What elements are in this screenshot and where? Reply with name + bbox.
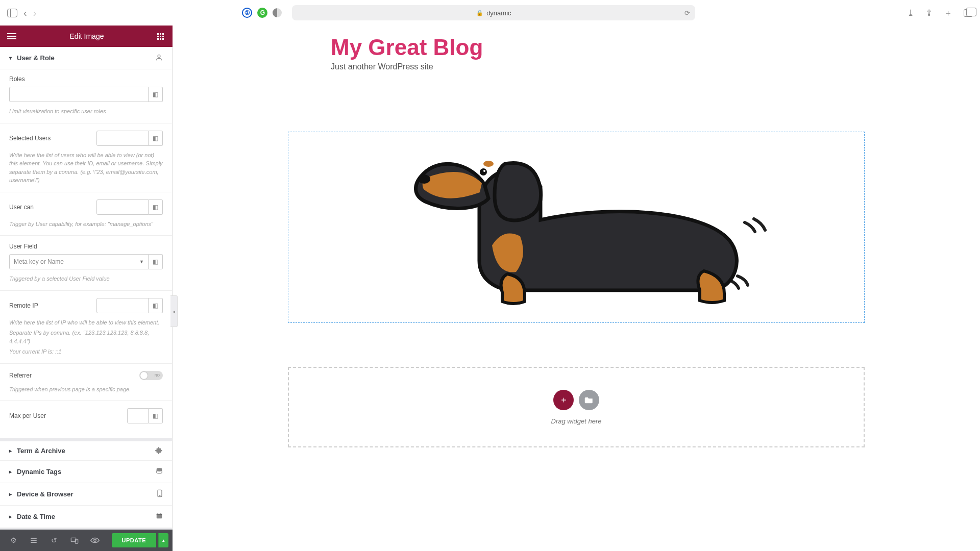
extension-grammarly-icon[interactable]: G	[257, 8, 267, 18]
history-icon[interactable]: ↺	[45, 530, 63, 551]
blog-tagline: Just another WordPress site	[331, 62, 980, 71]
forward-button[interactable]: ›	[33, 7, 37, 19]
user-can-label: User can	[9, 204, 34, 211]
navigator-icon[interactable]	[24, 530, 43, 551]
puzzle-icon	[155, 446, 163, 456]
section-title: Date & Time	[17, 513, 55, 520]
selected-users-input[interactable]	[96, 131, 149, 146]
svg-point-0	[158, 55, 160, 57]
share-icon[interactable]: ⇪	[925, 8, 933, 18]
selected-users-label: Selected Users	[9, 135, 51, 142]
section-title: Dynamic Tags	[17, 468, 61, 475]
roles-input[interactable]	[9, 87, 149, 102]
browser-toolbar: ‹ › ① G 🔒 dynamic ⟳ ⤓ ⇪ ＋	[0, 0, 980, 26]
svg-point-10	[94, 539, 96, 542]
remote-ip-hint-3: Your current IP is: ::1	[9, 347, 163, 356]
section-title: Device & Browser	[17, 490, 74, 498]
template-library-button[interactable]	[579, 390, 599, 410]
remote-ip-hint-2: Separate IPs by comma. (ex. "123.123.123…	[9, 329, 163, 345]
referrer-hint: Triggered when previous page is a specif…	[9, 385, 163, 394]
caret-right-icon: ▸	[9, 469, 12, 474]
svg-point-11	[418, 174, 430, 184]
user-field-placeholder: Meta key or Name	[14, 258, 64, 265]
extension-1password-icon[interactable]: ①	[242, 8, 252, 18]
image-widget[interactable]	[288, 132, 865, 323]
editor-sidebar: Edit Image ▾ User & Role Roles ◧	[0, 26, 173, 551]
remote-ip-label: Remote IP	[9, 302, 38, 309]
user-can-dynamic-button[interactable]: ◧	[149, 199, 163, 215]
user-icon	[155, 54, 163, 63]
roles-dynamic-button[interactable]: ◧	[149, 87, 163, 102]
sidebar-collapse-handle[interactable]: ◂	[170, 295, 178, 327]
reload-icon[interactable]: ⟳	[684, 9, 690, 17]
preview-icon[interactable]	[86, 530, 104, 551]
new-tab-icon[interactable]: ＋	[944, 7, 952, 19]
section-user-role-body: Roles ◧ Limit visualization to specific …	[0, 69, 172, 438]
lock-icon: 🔒	[476, 10, 483, 16]
widgets-grid-icon[interactable]	[157, 33, 165, 40]
update-button[interactable]: UPDATE	[112, 533, 156, 547]
section-dynamic-tags[interactable]: ▸ Dynamic Tags	[0, 461, 172, 483]
remote-ip-input[interactable]	[96, 298, 149, 313]
referrer-label: Referrer	[9, 372, 32, 379]
url-text: dynamic	[486, 9, 511, 17]
user-field-dynamic-button[interactable]: ◧	[149, 254, 163, 269]
remote-ip-hint-1: Write here the list of IP who will be ab…	[9, 318, 163, 327]
calendar-icon	[156, 512, 163, 521]
referrer-toggle[interactable]: NO	[139, 371, 163, 380]
caret-right-icon: ▸	[9, 491, 12, 497]
add-section-button[interactable]: ＋	[553, 390, 574, 410]
section-title: Term & Archive	[17, 447, 65, 455]
settings-icon[interactable]: ⚙	[4, 530, 22, 551]
user-can-input[interactable]	[96, 199, 149, 215]
caret-down-icon: ▾	[9, 55, 12, 61]
blog-header: My Great Blog Just another WordPress sit…	[173, 30, 980, 71]
svg-point-12	[480, 168, 487, 176]
user-can-hint: Trigger by User capability, for example:…	[9, 220, 163, 229]
database-icon	[156, 467, 163, 476]
caret-right-icon: ▸	[9, 448, 12, 454]
extension-privacy-icon[interactable]	[273, 8, 282, 17]
dachshund-image	[377, 133, 775, 322]
svg-rect-5	[157, 514, 162, 515]
svg-point-13	[483, 170, 485, 172]
section-term-archive[interactable]: ▸ Term & Archive	[0, 438, 172, 461]
max-per-user-label: Max per User	[9, 412, 46, 419]
url-bar[interactable]: 🔒 dynamic ⟳	[292, 5, 695, 20]
responsive-icon[interactable]	[65, 530, 84, 551]
sidebar-title: Edit Image	[70, 32, 104, 40]
download-icon[interactable]: ⤓	[907, 8, 914, 18]
blog-title: My Great Blog	[331, 35, 980, 60]
selected-users-dynamic-button[interactable]: ◧	[149, 131, 163, 146]
user-field-label: User Field	[9, 243, 163, 250]
section-title: User & Role	[17, 54, 55, 62]
max-per-user-dynamic-button[interactable]: ◧	[149, 408, 163, 423]
user-field-select[interactable]: Meta key or Name ▼	[9, 254, 149, 269]
sidebar-toggle-icon[interactable]	[7, 9, 17, 17]
remote-ip-dynamic-button[interactable]: ◧	[149, 298, 163, 313]
back-button[interactable]: ‹	[23, 7, 27, 19]
roles-label: Roles	[9, 76, 163, 83]
menu-icon[interactable]	[7, 33, 16, 39]
selected-users-hint: Write here the list of users who will be…	[9, 151, 163, 185]
drop-zone-hint: Drag widget here	[551, 417, 602, 425]
drop-zone[interactable]: ＋ Drag widget here	[288, 367, 865, 447]
section-user-role[interactable]: ▾ User & Role	[0, 47, 172, 69]
max-per-user-input[interactable]	[127, 408, 149, 423]
svg-point-14	[483, 161, 494, 167]
update-dropdown[interactable]: ▴	[158, 533, 168, 547]
chevron-down-icon: ▼	[139, 259, 144, 264]
mobile-icon	[157, 489, 163, 499]
section-device-browser[interactable]: ▸ Device & Browser	[0, 483, 172, 506]
editor-canvas[interactable]: My Great Blog Just another WordPress sit…	[173, 26, 980, 551]
tabs-icon[interactable]	[964, 9, 973, 17]
roles-hint: Limit visualization to specific user rol…	[9, 107, 163, 116]
sidebar-header: Edit Image	[0, 26, 173, 47]
user-field-hint: Triggered by a selected User Field value	[9, 274, 163, 283]
caret-right-icon: ▸	[9, 514, 12, 519]
section-date-time[interactable]: ▸ Date & Time	[0, 506, 172, 528]
sidebar-footer: ⚙ ↺ UPDATE ▴	[0, 530, 173, 551]
